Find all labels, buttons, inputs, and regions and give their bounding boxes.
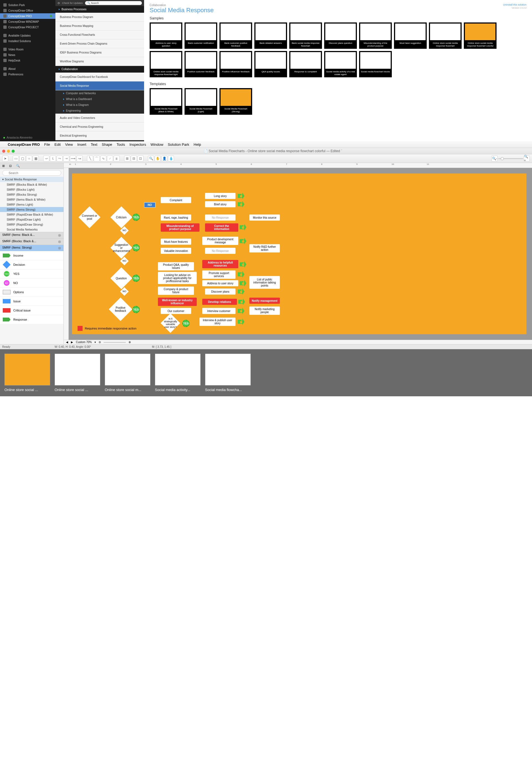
sample-card[interactable]: Q&A quality issues <box>254 51 287 77</box>
rect-tool[interactable]: ▭ <box>13 155 19 161</box>
node-suggestion[interactable]: Suggestion or enhancement <box>110 237 132 259</box>
box-noresp[interactable]: No Response <box>205 214 236 221</box>
box-advise[interactable]: Looking for advise on product applicabil… <box>158 272 197 284</box>
tree-item[interactable]: SMRF (Blocks Light) <box>0 187 63 192</box>
tree-item[interactable]: SMRF (Blocks Strong) <box>0 192 63 197</box>
arrow-helpful[interactable] <box>240 261 246 268</box>
box-correct[interactable]: Correct the information <box>205 223 238 232</box>
category-item[interactable]: Business Process Mapping <box>55 22 144 30</box>
node-strategic[interactable]: Is it strategically valuable user story? <box>161 314 180 333</box>
category-item[interactable]: What is a Diagram <box>55 102 144 108</box>
sample-card[interactable]: Online store social media response flowc… <box>149 51 182 77</box>
tree-item[interactable]: SMRF (RapidDraw Light) <box>0 217 63 222</box>
refresh-icon[interactable]: ⟳ <box>58 2 60 5</box>
rounded-tool[interactable]: ▢ <box>20 155 26 161</box>
product-item[interactable]: Video Room <box>0 46 55 52</box>
arrow-develop[interactable] <box>238 299 245 305</box>
sample-card[interactable]: Discover plans question <box>324 23 357 49</box>
box-listpub[interactable]: List of public information talking point… <box>249 276 280 289</box>
library-header[interactable]: SMRF (Blocks: Black &...⊗ <box>0 238 63 245</box>
tree-item[interactable]: SMRF (Blocks Black & White) <box>0 182 63 187</box>
sample-card[interactable]: Must have suggestion <box>394 23 427 49</box>
tree-item[interactable]: SMRF (Items Strong) <box>0 207 63 212</box>
library-header[interactable]: SMRF (Items: Strong)⊗ <box>0 245 63 251</box>
group-tool[interactable]: ⊞ <box>124 155 130 161</box>
category-item[interactable]: Business Processes <box>55 6 144 13</box>
box-ourcust[interactable]: Our customer <box>161 308 191 314</box>
tree-item[interactable]: SMRF (RapidDraw Strong) <box>0 222 63 227</box>
menu-conceptdraw-pro[interactable]: ConceptDraw PRO <box>8 143 40 146</box>
sample-card[interactable]: Positive influencer feedback <box>219 51 252 77</box>
box-discover[interactable]: Discover plans <box>205 288 236 295</box>
menu-bar[interactable]: ConceptDraw PROFileEditViewInsertTextSha… <box>0 141 532 148</box>
product-item[interactable]: About <box>0 66 55 72</box>
box-develop[interactable]: Develop relations <box>202 299 237 305</box>
product-item[interactable]: HelpDesk <box>0 58 55 63</box>
thumbnail-card[interactable]: Online store social ... <box>55 354 100 392</box>
tree-header[interactable]: ▾ Social Media Response <box>0 177 63 182</box>
zoom-in-icon[interactable]: ⊕ <box>129 341 131 344</box>
box-intpub[interactable]: Interview & publish user story <box>200 318 236 326</box>
connector2-tool[interactable]: ⤹ <box>50 155 56 161</box>
hand-tool[interactable]: ✋ <box>154 155 161 161</box>
arrow-pdmsg[interactable] <box>240 238 246 244</box>
box-long[interactable]: Long story <box>205 193 236 199</box>
person-tool[interactable]: 👤 <box>161 155 167 161</box>
zoom-level[interactable]: Custom 70% <box>76 341 92 344</box>
thumbnail-card[interactable]: Online store social m... <box>105 354 150 392</box>
shape-yes[interactable]: YESYES <box>0 269 63 278</box>
ellipse-tool[interactable]: ○ <box>26 155 32 161</box>
category-item[interactable]: ConceptDraw Dashboard for Facebook <box>55 73 144 82</box>
sample-card[interactable]: Social media flowchart blocks <box>359 51 392 77</box>
shape-response[interactable]: Response <box>0 315 63 324</box>
sample-card[interactable]: Social media activity of a real estate a… <box>324 51 357 77</box>
close-icon[interactable]: ⊗ <box>58 239 61 244</box>
uninstall-link[interactable]: Uninstall this solution <box>503 3 526 6</box>
zoom-out-button[interactable]: 🔍- <box>492 155 498 161</box>
box-notifymkt[interactable]: Notify marketing people <box>249 307 280 315</box>
line-tool[interactable]: ╲ <box>87 155 93 161</box>
category-item[interactable]: Audio and Video Connectors <box>55 114 144 123</box>
box-monitor[interactable]: Monitor this source <box>249 214 280 221</box>
connector5-tool[interactable]: ⟿ <box>70 155 76 161</box>
close-icon[interactable] <box>2 150 5 153</box>
product-item[interactable]: ConceptDraw Office <box>0 8 55 13</box>
category-item[interactable]: Chemical and Process Engineering <box>55 123 144 131</box>
category-item[interactable]: Business Process Diagram <box>55 13 144 22</box>
search-input[interactable]: 🔍 Search <box>85 1 142 5</box>
category-item[interactable]: Social Media Response <box>55 82 144 90</box>
shape-no[interactable]: NONO <box>0 278 63 288</box>
panel-tab-2[interactable]: ⊡ <box>7 163 14 169</box>
box-musthave[interactable]: Must-have features <box>161 239 191 245</box>
category-item[interactable]: Cross-Functional Flowcharts <box>55 30 144 39</box>
arrow-brief[interactable] <box>238 201 244 207</box>
node-question[interactable]: Question <box>110 267 132 289</box>
yes-badge-4[interactable]: YES <box>133 306 140 313</box>
box-helpful[interactable]: Address to helpfull resources <box>202 260 238 268</box>
arc-tool[interactable]: ⌒ <box>94 155 100 161</box>
close-icon[interactable]: ⊗ <box>58 246 61 250</box>
menu-edit[interactable]: Edit <box>55 143 61 146</box>
arrow-promote[interactable] <box>238 271 244 278</box>
tree-item[interactable]: SMRF (Items Black & White) <box>0 197 63 202</box>
category-item[interactable]: What is a Dashboard <box>55 96 144 102</box>
product-item[interactable]: Solution Park <box>0 2 55 8</box>
thumbnail-card[interactable]: Social media flowcha... <box>205 354 251 392</box>
search-tool[interactable]: 🔍 <box>148 155 154 161</box>
yes-badge[interactable]: YES <box>133 214 140 221</box>
box-addrus[interactable]: Address to user story <box>202 280 238 286</box>
box-notifyrd[interactable]: Notify R&D further action <box>249 244 280 253</box>
category-item[interactable]: Engineering <box>55 108 144 114</box>
box-qa[interactable]: Product Q&A, quality issues <box>158 262 194 270</box>
panel-tab-1[interactable]: ⊞ <box>0 163 7 169</box>
yes-badge-3[interactable]: YES <box>133 275 140 282</box>
node-criticism[interactable]: Criticism <box>110 206 132 228</box>
sample-card[interactable]: Online store social media response flowc… <box>429 23 462 49</box>
sample-card[interactable]: Social Media Flowchart (Black & White) <box>149 88 182 114</box>
menu-tools[interactable]: Tools <box>117 143 125 146</box>
sample-card[interactable]: Misunderstanding of the product purpose <box>359 23 392 49</box>
product-item[interactable]: ConceptDraw PRO <box>0 13 55 19</box>
node-positive[interactable]: Positive feedback <box>109 298 133 321</box>
sample-card[interactable]: Social Media Flowchart (Strong) <box>219 88 252 114</box>
pointer-tool[interactable]: ➤ <box>2 155 8 161</box>
